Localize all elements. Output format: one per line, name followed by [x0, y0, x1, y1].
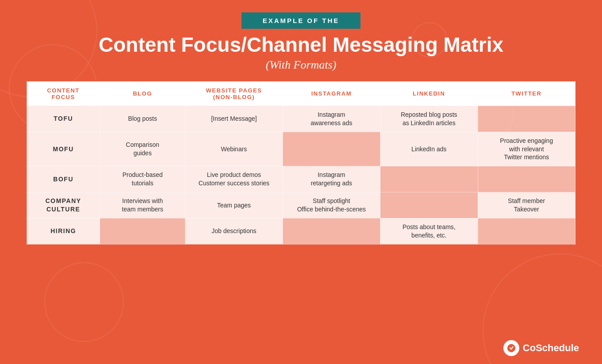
example-badge: EXAMPLE OF THE [242, 12, 361, 29]
cell-website: Job descriptions [185, 218, 283, 244]
col-header-instagram: INSTAGRAM [283, 81, 380, 106]
subtitle: (With Formats) [27, 58, 575, 72]
cell-blog: Blog posts [100, 106, 185, 132]
coschedule-logo-icon [506, 343, 516, 353]
cell-website: Webinars [185, 132, 283, 166]
cell-website: [Insert Message] [185, 106, 283, 132]
cell-blog: Comparisonguides [100, 132, 185, 166]
cell-linkedin: Reposted blog postsas LinkedIn articles [380, 106, 478, 132]
table-row: HIRINGJob descriptionsPosts about teams,… [27, 218, 575, 244]
logo-text: CoSchedule [523, 342, 579, 354]
col-header-website: WEBSITE PAGES(NON-BLOG) [185, 81, 283, 106]
logo-icon [503, 340, 519, 356]
cell-linkedin [380, 166, 478, 192]
cell-label: BOFU [27, 166, 100, 192]
cell-blog: Product-basedtutorials [100, 166, 185, 192]
table-row: COMPANYCULTUREInterviews withteam member… [27, 192, 575, 218]
table-row: TOFUBlog posts[Insert Message]Instagrama… [27, 106, 575, 132]
cell-instagram [283, 132, 380, 166]
cell-twitter [478, 166, 575, 192]
col-header-blog: BLOG [100, 81, 185, 106]
cell-linkedin: Posts about teams,benefits, etc. [380, 218, 478, 244]
matrix-table: CONTENTFOCUS BLOG WEBSITE PAGES(NON-BLOG… [27, 81, 575, 245]
cell-website: Team pages [185, 192, 283, 218]
cell-instagram: Instagramawareness ads [283, 106, 380, 132]
cell-linkedin [380, 192, 478, 218]
col-header-twitter: TWITTER [478, 81, 575, 106]
cell-twitter: Staff memberTakeover [478, 192, 575, 218]
cell-website: Live product demosCustomer success stori… [185, 166, 283, 192]
cell-blog [100, 218, 185, 244]
cell-label: COMPANYCULTURE [27, 192, 100, 218]
cell-blog: Interviews withteam members [100, 192, 185, 218]
table-row: BOFUProduct-basedtutorialsLive product d… [27, 166, 575, 192]
cell-instagram: Staff spotlightOffice behind-the-scenes [283, 192, 380, 218]
cell-twitter [478, 106, 575, 132]
table-row: MOFUComparisonguidesWebinarsLinkedIn ads… [27, 132, 575, 166]
col-header-linkedin: LINKEDIN [380, 81, 478, 106]
cell-label: TOFU [27, 106, 100, 132]
cell-instagram [283, 218, 380, 244]
page-wrapper: EXAMPLE OF THE Content Focus/Channel Mes… [0, 0, 602, 364]
cell-twitter: Proactive engagingwith relevantTwitter m… [478, 132, 575, 166]
cell-twitter [478, 218, 575, 244]
logo-area: CoSchedule [503, 340, 579, 356]
cell-linkedin: LinkedIn ads [380, 132, 478, 166]
cell-label: MOFU [27, 132, 100, 166]
header-section: EXAMPLE OF THE Content Focus/Channel Mes… [27, 12, 575, 72]
cell-instagram: Instagramretargeting ads [283, 166, 380, 192]
table-header-row: CONTENTFOCUS BLOG WEBSITE PAGES(NON-BLOG… [27, 81, 575, 106]
col-header-focus: CONTENTFOCUS [27, 81, 100, 106]
main-title: Content Focus/Channel Messaging Matrix [27, 33, 575, 57]
cell-label: HIRING [27, 218, 100, 244]
